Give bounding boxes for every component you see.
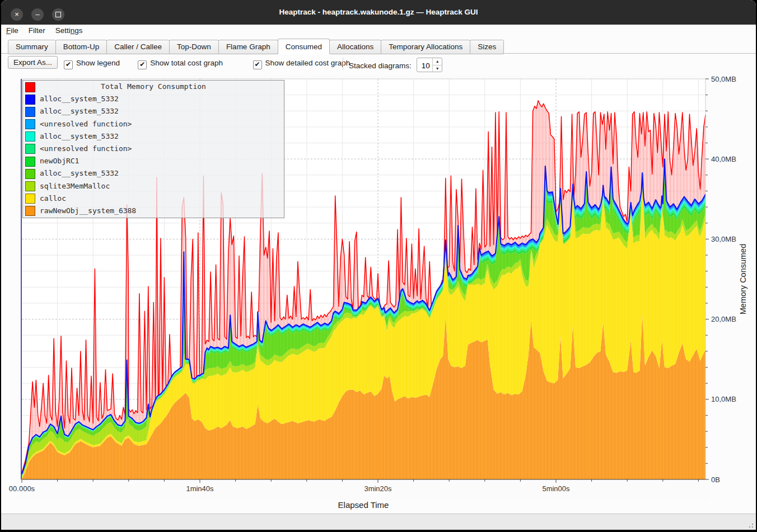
legend-label: newObjRC1 xyxy=(40,155,79,167)
legend-swatch-icon xyxy=(25,194,35,204)
legend-swatch-icon xyxy=(25,119,35,129)
checkbox-show-detailed-cost-graph[interactable]: ✔Show detailed cost graph xyxy=(253,58,351,69)
stacked-diagrams-label: Stacked diagrams: xyxy=(349,62,412,70)
legend-swatch-icon xyxy=(25,169,35,179)
checkbox-label: Show total cost graph xyxy=(150,59,223,67)
window-title: Heaptrack - heaptrack.wakunode.1.gz — He… xyxy=(1,0,756,25)
x-axis-tick-label: 5min00s xyxy=(542,484,570,493)
legend-swatch-icon xyxy=(25,157,35,167)
tab-bar: SummaryBottom-UpCaller / CalleeTop-DownF… xyxy=(1,38,756,54)
menu-bar: FileFilterSettings xyxy=(1,25,756,38)
legend-label: alloc__system_5332 xyxy=(40,130,119,143)
x-axis-tick-label: 00.000s xyxy=(9,484,35,493)
legend-item: newObjRC1 xyxy=(23,155,284,167)
legend-label: Total Memory Consumption xyxy=(23,81,284,93)
checkbox-box[interactable]: ✔ xyxy=(138,60,147,69)
legend-item: <unresolved function> xyxy=(23,143,284,155)
y-axis-tick-label: 0B xyxy=(711,475,720,484)
legend-item: sqlite3MemMalloc xyxy=(23,180,284,192)
menu-item-file[interactable]: File xyxy=(1,25,24,36)
export-as-button[interactable]: Export As... xyxy=(8,56,58,69)
menu-item-filter[interactable]: Filter xyxy=(24,25,50,36)
chart-legend: Total Memory Consumptionalloc__system_53… xyxy=(22,80,284,218)
tab-flame-graph[interactable]: Flame Graph xyxy=(218,40,278,54)
checkbox-label: Show legend xyxy=(76,59,120,67)
legend-item: alloc__system_5332 xyxy=(23,93,284,105)
checkbox-label: Show detailed cost graph xyxy=(265,59,351,67)
checkbox-box[interactable]: ✔ xyxy=(253,60,262,69)
legend-label: rawNewObj__system_6388 xyxy=(40,205,136,217)
tab-summary[interactable]: Summary xyxy=(8,40,56,54)
legend-swatch-icon xyxy=(25,144,35,154)
x-axis-tick-label: 3min20s xyxy=(364,484,392,493)
resize-grip[interactable] xyxy=(747,521,754,528)
legend-item: alloc__system_5332 xyxy=(23,167,284,180)
spin-up-arrow-icon[interactable]: ▲ xyxy=(432,58,442,65)
tab-top-down[interactable]: Top-Down xyxy=(169,40,219,54)
legend-label: sqlite3MemMalloc xyxy=(40,180,110,192)
legend-label: <unresolved function> xyxy=(40,118,132,130)
legend-label: <unresolved function> xyxy=(40,143,132,155)
toolbar: Export As... ✔Show legend✔Show total cos… xyxy=(1,54,756,73)
legend-label: calloc xyxy=(40,192,66,205)
checkbox-show-total-cost-graph[interactable]: ✔Show total cost graph xyxy=(138,58,223,69)
tab-allocations[interactable]: Allocations xyxy=(329,40,381,54)
tab-temporary-allocations[interactable]: Temporary Allocations xyxy=(381,40,470,54)
tab-consumed[interactable]: Consumed xyxy=(278,39,330,54)
stacked-diagrams-value[interactable] xyxy=(417,58,434,73)
x-axis-title: Elapsed Time xyxy=(338,500,389,510)
window-frame: × – Heaptrack - heaptrack.wakunode.1.gz … xyxy=(1,0,756,530)
legend-item: calloc xyxy=(23,192,284,205)
legend-label: alloc__system_5332 xyxy=(40,105,119,117)
stacked-diagrams-spinbox[interactable]: ▲ ▼ xyxy=(417,58,442,72)
status-bar xyxy=(1,514,756,530)
stacked-diagrams-control: Stacked diagrams: ▲ ▼ xyxy=(343,58,442,70)
checkbox-box[interactable]: ✔ xyxy=(64,60,73,69)
y-axis-tick-label: 40,0MB xyxy=(711,155,736,163)
title-bar[interactable]: × – Heaptrack - heaptrack.wakunode.1.gz … xyxy=(1,0,756,25)
legend-item: <unresolved function> xyxy=(23,118,284,130)
tab-sizes[interactable]: Sizes xyxy=(470,40,504,54)
tab-caller-callee[interactable]: Caller / Callee xyxy=(106,40,170,54)
legend-item: Total Memory Consumption xyxy=(23,81,284,93)
y-axis-title: Memory Consumed xyxy=(739,244,747,315)
legend-swatch-icon xyxy=(25,131,35,142)
memory-consumed-chart[interactable]: 0B10,0MB20,0MB30,0MB40,0MB50,0MB00.000s1… xyxy=(1,73,756,514)
x-axis-tick-label: 1min40s xyxy=(186,484,214,493)
legend-label: alloc__system_5332 xyxy=(40,93,119,105)
spin-down-arrow-icon[interactable]: ▼ xyxy=(432,65,442,72)
legend-item: alloc__system_5332 xyxy=(23,130,284,143)
y-axis-tick-label: 10,0MB xyxy=(711,395,736,403)
legend-swatch-icon xyxy=(25,206,35,216)
y-axis-tick-label: 20,0MB xyxy=(711,315,736,323)
y-axis-tick-label: 30,0MB xyxy=(711,235,736,243)
legend-swatch-icon xyxy=(25,95,35,105)
tab-bottom-up[interactable]: Bottom-Up xyxy=(55,40,108,54)
legend-item: rawNewObj__system_6388 xyxy=(23,205,284,217)
legend-swatch-icon xyxy=(25,107,35,117)
legend-swatch-icon xyxy=(25,181,35,191)
y-axis-tick-label: 50,0MB xyxy=(711,75,736,83)
menu-item-settings[interactable]: Settings xyxy=(50,25,88,36)
checkbox-show-legend[interactable]: ✔Show legend xyxy=(64,58,120,69)
heaptrack-window: × – Heaptrack - heaptrack.wakunode.1.gz … xyxy=(0,0,757,532)
legend-label: alloc__system_5332 xyxy=(40,167,119,180)
legend-item: alloc__system_5332 xyxy=(23,105,284,117)
